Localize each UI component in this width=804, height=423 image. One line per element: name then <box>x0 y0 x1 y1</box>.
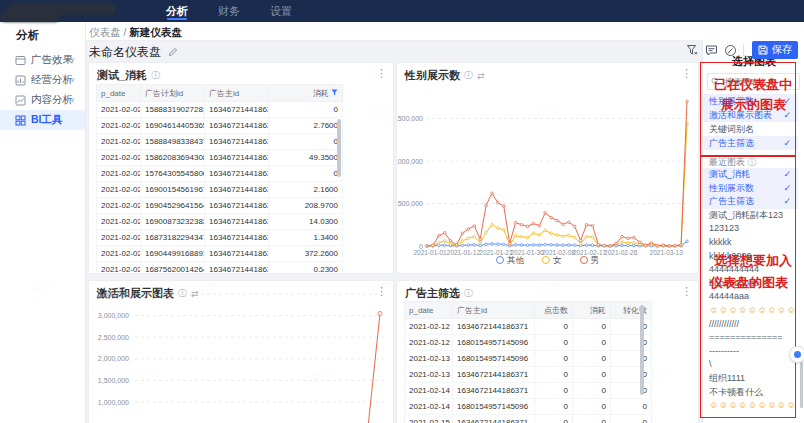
chart-list-item[interactable]: kkkkk9999 <box>703 250 798 264</box>
table-cell: 0 <box>611 399 652 415</box>
breadcrumb-separator: / <box>123 26 126 38</box>
table-cell: 1634672144186371 <box>205 262 269 275</box>
floating-help-button[interactable] <box>789 346 804 363</box>
panel-consume-table: 测试_消耗 ⓘ ⋮ p_date广告计划id广告主id消耗2021-02-021… <box>88 62 394 274</box>
chart-list-item[interactable]: 测试_消耗副本123 <box>703 209 798 223</box>
chart-list-item[interactable]: 广告主筛选✓ <box>703 195 798 209</box>
table-cell: 1634672144186371 <box>205 102 269 118</box>
table-cell: 0 <box>611 367 652 383</box>
panel-menu-icon[interactable]: ⋮ <box>376 67 387 80</box>
panel-menu-icon[interactable]: ⋮ <box>681 285 692 298</box>
recent-charts-list: 测试_消耗✓性别展示数✓广告主筛选✓测试_消耗副本123123123kkkkkk… <box>703 168 798 413</box>
table-row: 2021-02-02158884983384374216346721441863… <box>97 134 343 150</box>
filter-icon[interactable] <box>684 42 700 58</box>
table-cell: 2021-02-14 <box>405 383 453 399</box>
legend-marker-icon <box>542 256 550 264</box>
chart-list-item[interactable]: bbbbbbbbbb <box>703 277 798 291</box>
search-input[interactable] <box>723 76 797 88</box>
sort-funnel-icon[interactable] <box>331 90 338 97</box>
annotate-icon[interactable] <box>722 42 738 58</box>
table-row: 2021-02-131634672144186371000 <box>405 367 652 383</box>
column-header[interactable]: 消耗 <box>269 85 343 102</box>
info-icon[interactable]: ⓘ <box>464 287 473 300</box>
chart-item-label: 性别展示数 <box>709 183 754 193</box>
table-row: 2021-02-02169044991688911216346721441863… <box>97 246 343 262</box>
svg-text:1,500,000: 1,500,000 <box>397 115 423 122</box>
panel-title: 测试_消耗 <box>97 68 147 83</box>
chart-list-item[interactable]: ============== <box>703 331 798 345</box>
table-cell: 1634672144186371 <box>205 118 269 134</box>
column-header[interactable]: 转化数 <box>611 302 652 319</box>
table-row: 2021-02-131680154957145096000 <box>405 351 652 367</box>
table-scrollbar[interactable] <box>640 305 644 395</box>
breadcrumb-parent[interactable]: 仪表盘 <box>89 26 121 38</box>
table-cell: 0 <box>611 383 652 399</box>
column-header[interactable]: 广告计划id <box>141 85 205 102</box>
svg-text:3,500,000: 3,500,000 <box>98 291 129 298</box>
chart-list-item[interactable]: 性别展示数✓ <box>703 94 798 108</box>
table-cell: 2021-02-02 <box>97 102 141 118</box>
info-icon[interactable]: ⓘ <box>748 157 757 167</box>
table-cell: 2021-02-02 <box>97 150 141 166</box>
table-cell: 1634672144186371 <box>205 166 269 182</box>
chart-list-item[interactable]: 测试_消耗✓ <box>703 168 798 182</box>
chart-list-item[interactable]: ---------- <box>703 345 798 359</box>
sidebar-item-BI工具[interactable]: BI工具 <box>0 110 85 130</box>
edit-name-icon[interactable] <box>168 47 178 57</box>
chart-list-item[interactable]: 广告主筛选✓ <box>703 136 798 150</box>
comment-icon[interactable] <box>703 42 719 58</box>
chart-list-item[interactable]: 4444444444 <box>703 263 798 277</box>
nav-tab-财务[interactable]: 财务 <box>218 0 240 22</box>
advertiser-table: p_date广告主id点击数消耗转化数2021-02-1216346721441… <box>404 301 652 423</box>
table-cell: 0 <box>269 102 343 118</box>
table-cell: 2021-02-13 <box>405 367 453 383</box>
nav-tab-设置[interactable]: 设置 <box>270 0 292 22</box>
svg-text:2,500,000: 2,500,000 <box>98 334 129 341</box>
chart-list-item[interactable]: 123123 <box>703 222 798 236</box>
chart-item-label: 测试_消耗副本123 <box>709 210 783 220</box>
svg-text:500,000: 500,000 <box>398 200 423 207</box>
chart-list-item[interactable]: //////////// <box>703 318 798 332</box>
info-icon[interactable]: ⓘ <box>151 69 160 82</box>
chart-list-item[interactable]: 关键词别名 <box>703 122 798 136</box>
sidebar-item-广告效果[interactable]: 广告效果∨ <box>0 50 85 70</box>
column-header[interactable]: p_date <box>405 302 453 319</box>
chart-list-item[interactable]: \ <box>703 358 798 372</box>
table-cell: 1634672144186371 <box>453 383 535 399</box>
table-cell: 1634672144186371 <box>205 150 269 166</box>
business-analysis-icon <box>15 75 26 86</box>
chart-list-item[interactable]: ☺☺☺☺☺☺☺☺☺ <box>703 399 798 413</box>
column-header[interactable]: 消耗 <box>573 302 611 319</box>
nav-tab-分析[interactable]: 分析 <box>166 0 188 22</box>
legend-item-女[interactable]: 女 <box>542 255 562 267</box>
chart-selector-panel: 选择图表 性别展示数✓激活和展示图表✓关键词别名广告主筛选✓ 最近图表 ⓘ 测试… <box>702 40 804 423</box>
save-button[interactable]: 保存 <box>752 41 798 59</box>
chart-list-item[interactable]: ☺☺☺☺☺☺☺☺☺ <box>703 304 798 318</box>
chart-list-item[interactable]: 44444aaa <box>703 290 798 304</box>
chart-list-item[interactable]: 性别展示数✓ <box>703 182 798 196</box>
data-table: p_date广告主id点击数消耗转化数2021-02-1216346721441… <box>404 301 652 423</box>
sidebar-item-经营分析[interactable]: 经营分析∨ <box>0 70 85 90</box>
table-cell: 0 <box>611 319 652 335</box>
table-cell: 2021-02-02 <box>97 230 141 246</box>
legend-item-其他[interactable]: 其他 <box>496 255 524 267</box>
dashboard-name: 未命名仪表盘 <box>89 45 161 59</box>
column-header[interactable]: 点击数 <box>535 302 573 319</box>
save-icon <box>758 45 768 55</box>
table-row: 2021-02-121634672144186371000 <box>405 319 652 335</box>
panel-scrollbar[interactable] <box>800 362 803 408</box>
column-header[interactable]: 广告主id <box>205 85 269 102</box>
chart-list-item[interactable]: 激活和展示图表✓ <box>703 108 798 122</box>
chart-list-item[interactable]: 组织1111 <box>703 372 798 386</box>
chart-item-label: 激活和展示图表 <box>709 110 772 120</box>
table-scrollbar[interactable] <box>337 119 341 177</box>
chart-list-item[interactable]: kkkkk <box>703 236 798 250</box>
chart-item-label: 广告主筛选 <box>709 196 754 206</box>
chart-item-label: 性别展示数 <box>709 96 754 106</box>
legend-item-男[interactable]: 男 <box>580 255 600 267</box>
column-header[interactable]: p_date <box>97 85 141 102</box>
column-header[interactable]: 广告主id <box>453 302 535 319</box>
table-row: 2021-02-141634672144186371000 <box>405 383 652 399</box>
chart-list-item[interactable]: 不卡顿看什么 <box>703 386 798 400</box>
sidebar-item-内容分析[interactable]: 内容分析∨ <box>0 90 85 110</box>
